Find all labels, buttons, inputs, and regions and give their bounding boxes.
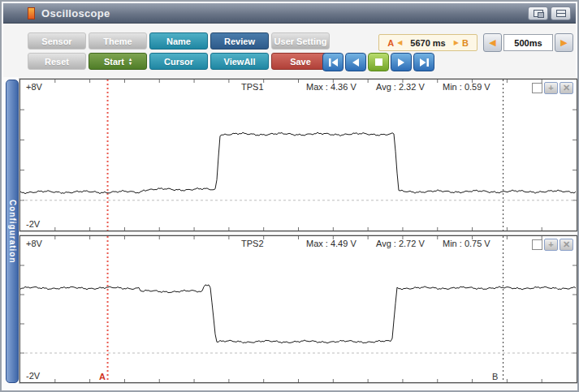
plus-icon: + — [548, 84, 553, 93]
close-icon: ✕ — [563, 84, 570, 93]
sensor-button[interactable]: Sensor — [28, 32, 86, 50]
skip-to-start-button[interactable] — [322, 53, 344, 71]
toolbar: Sensor Theme Name Review User Setting Re… — [3, 24, 576, 77]
theme-button[interactable]: Theme — [89, 32, 147, 50]
oscilloscope-window: Oscilloscope Sensor Theme Name Review Us… — [0, 0, 579, 392]
app-icon — [28, 7, 35, 19]
step-back-button[interactable] — [345, 53, 366, 71]
tps2-ymax-label: +8V — [26, 239, 42, 248]
review-button[interactable]: Review — [210, 32, 269, 50]
configuration-tab[interactable]: Configuration — [6, 80, 19, 383]
cursor-delta-value: 5670 ms — [405, 38, 450, 48]
cursor-b-label: B — [462, 38, 469, 48]
reset-button[interactable]: Reset — [28, 53, 86, 70]
window-layout-button[interactable] — [528, 6, 548, 20]
skip-to-end-icon — [419, 58, 430, 67]
stop-icon — [375, 58, 382, 66]
cursor-button[interactable]: Cursor — [149, 53, 208, 70]
tps1-select-checkbox[interactable] — [532, 83, 542, 93]
tps2-max-stat: Max : 4.49 V — [306, 239, 356, 248]
start-button-label: Start — [104, 57, 124, 67]
cursor-a-marker[interactable]: A — [99, 372, 106, 381]
play-icon — [397, 58, 405, 67]
tps1-waveform-plot[interactable] — [20, 80, 577, 230]
tile-windows-icon — [556, 10, 566, 17]
configuration-tab-label: Configuration — [8, 200, 17, 264]
stop-button[interactable] — [368, 53, 389, 71]
tps1-panel-controls: + ✕ — [532, 82, 573, 94]
skip-to-start-icon — [328, 58, 339, 67]
tps1-avg-stat: Avg : 2.32 V — [376, 82, 425, 92]
save-button[interactable]: Save — [271, 53, 330, 70]
tps2-waveform-plot[interactable] — [20, 236, 577, 382]
step-back-icon — [352, 58, 360, 67]
skip-to-end-button[interactable] — [413, 53, 434, 71]
tps1-channel-name: TPS1 — [241, 82, 264, 92]
start-spinner-icon[interactable]: ▴▾ — [129, 58, 132, 66]
viewall-button[interactable]: ViewAll — [210, 53, 269, 70]
start-button[interactable]: Start ▴▾ — [89, 53, 147, 70]
cursor-b-right-icon[interactable]: ▶ — [454, 39, 459, 46]
plus-icon: + — [548, 240, 553, 249]
cursor-a-label: A — [387, 38, 394, 48]
tile-windows-button[interactable] — [551, 6, 571, 20]
play-button[interactable] — [391, 53, 412, 71]
title-bar: Oscilloscope — [3, 3, 576, 24]
tps2-min-stat: Min : 0.75 V — [443, 239, 490, 248]
left-arrow-icon: ◀ — [489, 37, 495, 48]
interval-decrease-button[interactable]: ◀ — [483, 33, 502, 52]
tps2-select-checkbox[interactable] — [532, 239, 542, 250]
tps1-ymin-label: -2V — [26, 219, 40, 229]
tps2-close-button[interactable]: ✕ — [560, 239, 573, 251]
tps2-channel-name: TPS2 — [241, 239, 264, 248]
tps2-avg-stat: Avg : 2.72 V — [376, 239, 425, 248]
tps2-zoom-button[interactable]: + — [544, 239, 558, 251]
cursor-delta-readout: A ◀ 5670 ms ▶ B — [378, 34, 477, 51]
tps1-zoom-button[interactable]: + — [544, 82, 558, 94]
cursor-b-marker[interactable]: B — [492, 372, 498, 381]
window-title: Oscilloscope — [41, 7, 110, 19]
tps2-ymin-label: -2V — [26, 371, 40, 381]
interval-increase-button[interactable]: ▶ — [555, 33, 573, 52]
tps1-close-button[interactable]: ✕ — [560, 82, 573, 94]
tps2-panel-controls: + ✕ — [532, 239, 573, 251]
window-layout-icon — [534, 10, 543, 17]
tps1-max-stat: Max : 4.36 V — [306, 82, 356, 92]
close-icon: ✕ — [563, 240, 570, 249]
right-arrow-icon: ▶ — [560, 37, 567, 48]
scope-panel-tps1: +8V TPS1 Max : 4.36 V Avg : 2.32 V Min :… — [19, 79, 577, 231]
name-button[interactable]: Name — [149, 32, 208, 50]
tps1-min-stat: Min : 0.59 V — [443, 82, 490, 92]
tps1-ymax-label: +8V — [26, 82, 42, 92]
interval-value[interactable]: 500ms — [503, 34, 553, 51]
user-setting-button[interactable]: User Setting — [271, 32, 330, 50]
cursor-a-left-icon[interactable]: ◀ — [397, 39, 402, 46]
scope-panel-tps2: +8V TPS2 Max : 4.49 V Avg : 2.72 V Min :… — [19, 235, 577, 383]
